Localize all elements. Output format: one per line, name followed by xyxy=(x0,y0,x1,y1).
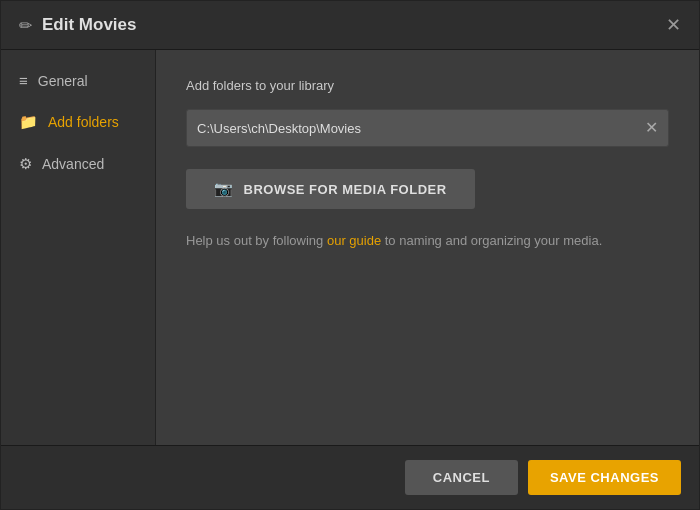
dialog-title: Edit Movies xyxy=(42,15,136,35)
sidebar-item-advanced[interactable]: ⚙ Advanced xyxy=(1,143,155,185)
help-text-after: to naming and organizing your media. xyxy=(381,233,602,248)
cancel-button[interactable]: CANCEL xyxy=(405,460,518,495)
title-area: ✏ Edit Movies xyxy=(19,15,136,35)
sidebar-label-add-folders: Add folders xyxy=(48,114,119,130)
sidebar-item-add-folders[interactable]: 📁 Add folders xyxy=(1,101,155,143)
sidebar: ≡ General 📁 Add folders ⚙ Advanced xyxy=(1,50,156,445)
close-button[interactable]: ✕ xyxy=(666,16,681,34)
dialog-body: ≡ General 📁 Add folders ⚙ Advanced Add f… xyxy=(1,50,699,445)
camera-icon: 📷 xyxy=(214,180,234,198)
folder-icon: 📁 xyxy=(19,113,38,131)
edit-icon: ✏ xyxy=(19,16,32,35)
section-label: Add folders to your library xyxy=(186,78,669,93)
sidebar-label-advanced: Advanced xyxy=(42,156,104,172)
dialog-footer: CANCEL SAVE CHANGES xyxy=(1,445,699,509)
menu-icon: ≡ xyxy=(19,72,28,89)
folder-clear-button[interactable]: ✕ xyxy=(645,120,658,136)
save-changes-button[interactable]: SAVE CHANGES xyxy=(528,460,681,495)
sidebar-label-general: General xyxy=(38,73,88,89)
main-content: Add folders to your library ✕ 📷 BROWSE F… xyxy=(156,50,699,445)
folder-path-input[interactable] xyxy=(197,121,645,136)
sidebar-item-general[interactable]: ≡ General xyxy=(1,60,155,101)
gear-icon: ⚙ xyxy=(19,155,32,173)
folder-input-row: ✕ xyxy=(186,109,669,147)
edit-movies-dialog: ✏ Edit Movies ✕ ≡ General 📁 Add folders … xyxy=(0,0,700,510)
our-guide-link[interactable]: our guide xyxy=(327,233,381,248)
browse-button-label: BROWSE FOR MEDIA FOLDER xyxy=(244,182,447,197)
help-text: Help us out by following our guide to na… xyxy=(186,231,669,251)
help-text-before: Help us out by following xyxy=(186,233,327,248)
browse-media-folder-button[interactable]: 📷 BROWSE FOR MEDIA FOLDER xyxy=(186,169,475,209)
dialog-header: ✏ Edit Movies ✕ xyxy=(1,1,699,50)
